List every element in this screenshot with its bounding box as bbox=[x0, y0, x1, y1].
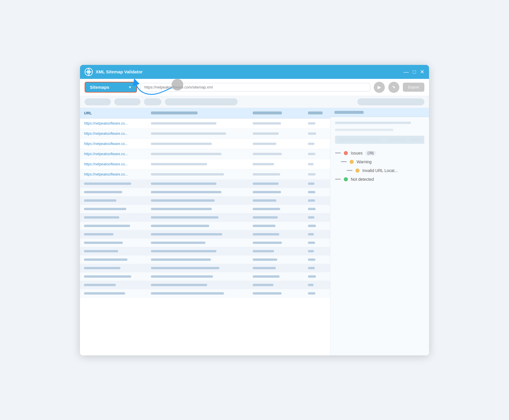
td-url-4: https://netpeaksoftware.co... bbox=[80, 149, 147, 159]
td-skel-col2-2 bbox=[147, 188, 249, 196]
table-row[interactable] bbox=[80, 272, 330, 281]
filter-pill-1[interactable] bbox=[85, 98, 111, 105]
td-skel-col2-13 bbox=[147, 281, 249, 289]
td-url-3: https://netpeaksoftware.co... bbox=[80, 139, 147, 149]
td-url-1: https://netpeaksoftware.co... bbox=[80, 118, 147, 128]
td-skel-col3-4 bbox=[249, 205, 304, 213]
right-panel: Issues (39) Warning Invalid URL Locat... bbox=[330, 108, 429, 355]
legend-not-detected-label: Not detected bbox=[351, 177, 374, 182]
td-skel-col3-3 bbox=[249, 196, 304, 205]
td-col3-6 bbox=[249, 169, 304, 179]
td-skel-url-14 bbox=[80, 289, 147, 297]
table-row[interactable] bbox=[80, 281, 330, 289]
table-row[interactable] bbox=[80, 230, 330, 239]
td-col2-1 bbox=[147, 118, 249, 128]
rp-line-1 bbox=[335, 122, 411, 124]
sub-toolbar bbox=[80, 96, 429, 108]
table-row[interactable]: https://netpeaksoftware.co... bbox=[80, 139, 330, 149]
stop-button[interactable] bbox=[388, 82, 399, 93]
table-row[interactable] bbox=[80, 196, 330, 205]
table-row[interactable]: https://netpeaksoftware.co... bbox=[80, 159, 330, 169]
legend-dot-warning bbox=[350, 160, 354, 164]
table-row[interactable]: https://netpeaksoftware.co... bbox=[80, 149, 330, 159]
td-skel-col4-13 bbox=[304, 281, 330, 289]
table-body: https://netpeaksoftware.co... https://ne… bbox=[80, 118, 330, 298]
title-bar-left: XML Sitemap Validator bbox=[85, 68, 143, 76]
td-skel-col2-7 bbox=[147, 230, 249, 238]
table-row[interactable] bbox=[80, 239, 330, 247]
td-col4-1 bbox=[304, 118, 330, 128]
play-button[interactable]: ▶ bbox=[374, 82, 385, 93]
td-skel-url-10 bbox=[80, 256, 147, 264]
title-controls: — □ ✕ bbox=[403, 69, 424, 75]
td-skel-col4-3 bbox=[304, 196, 330, 205]
td-skel-col4-14 bbox=[304, 289, 330, 297]
filter-pill-3[interactable] bbox=[144, 98, 161, 105]
url-input[interactable] bbox=[144, 85, 366, 89]
th-col2-bar bbox=[151, 111, 197, 114]
export-button[interactable]: Export bbox=[403, 83, 424, 92]
td-url-2: https://netpeaksoftware.co... bbox=[80, 129, 147, 139]
table-row[interactable] bbox=[80, 205, 330, 213]
td-skel-col2-11 bbox=[147, 264, 249, 272]
minimize-button[interactable]: — bbox=[403, 69, 409, 75]
td-skel-url-5 bbox=[80, 213, 147, 221]
legend-dot-invalid bbox=[355, 169, 359, 173]
table-row[interactable] bbox=[80, 256, 330, 264]
right-panel-body bbox=[330, 117, 429, 148]
table-row[interactable] bbox=[80, 188, 330, 196]
table-row[interactable]: https://netpeaksoftware.co... bbox=[80, 169, 330, 180]
td-col3-4 bbox=[249, 149, 304, 159]
td-skel-col2-8 bbox=[147, 239, 249, 247]
table-row[interactable]: https://netpeaksoftware.co... bbox=[80, 129, 330, 139]
td-skel-url-2 bbox=[80, 188, 147, 196]
table-row[interactable] bbox=[80, 289, 330, 298]
td-skel-col4-6 bbox=[304, 222, 330, 230]
td-col2-4 bbox=[147, 149, 249, 159]
legend-invalid-url: Invalid URL Locat... bbox=[335, 168, 424, 173]
td-skel-col3-7 bbox=[249, 230, 304, 238]
sitemaps-dropdown[interactable]: Sitemaps ▼ bbox=[85, 82, 137, 93]
rp-line-2 bbox=[335, 129, 393, 131]
right-panel-header bbox=[330, 108, 429, 117]
th-col2 bbox=[147, 108, 249, 118]
table-row[interactable] bbox=[80, 264, 330, 272]
table-row[interactable] bbox=[80, 180, 330, 188]
td-skel-col4-11 bbox=[304, 264, 330, 272]
td-skel-col2-5 bbox=[147, 213, 249, 221]
td-skel-url-11 bbox=[80, 264, 147, 272]
filter-pill-4[interactable] bbox=[165, 98, 238, 105]
filter-pill-right[interactable] bbox=[357, 98, 424, 105]
td-skel-col2-12 bbox=[147, 272, 249, 281]
td-skel-col4-9 bbox=[304, 247, 330, 255]
legend-dot-not-detected bbox=[344, 177, 348, 181]
td-url-5: https://netpeaksoftware.co... bbox=[80, 159, 147, 169]
table-row[interactable] bbox=[80, 213, 330, 222]
main-table: URL https://netpeaksoftware.co... bbox=[80, 108, 330, 355]
close-button[interactable]: ✕ bbox=[420, 69, 424, 75]
table-row[interactable] bbox=[80, 247, 330, 256]
legend-dash-not-detected bbox=[335, 179, 341, 180]
legend-dash-warning bbox=[341, 161, 347, 162]
rp-block bbox=[335, 136, 424, 144]
legend-warning: Warning bbox=[335, 160, 424, 164]
filter-pill-2[interactable] bbox=[114, 98, 140, 105]
dropdown-arrow-icon: ▼ bbox=[128, 85, 132, 89]
td-skel-col4-7 bbox=[304, 230, 330, 238]
td-skel-url-3 bbox=[80, 196, 147, 205]
table-row[interactable] bbox=[80, 222, 330, 230]
td-skel-col3-2 bbox=[249, 188, 304, 196]
table-row[interactable]: https://netpeaksoftware.co... bbox=[80, 118, 330, 129]
td-skel-url-1 bbox=[80, 180, 147, 188]
td-col4-6 bbox=[304, 169, 330, 179]
td-skel-url-7 bbox=[80, 230, 147, 238]
td-skel-url-9 bbox=[80, 247, 147, 255]
td-skel-col3-5 bbox=[249, 213, 304, 221]
td-col3-5 bbox=[249, 159, 304, 169]
td-skel-col2-4 bbox=[147, 205, 249, 213]
legend-not-detected: Not detected bbox=[335, 177, 424, 182]
maximize-button[interactable]: □ bbox=[413, 69, 416, 75]
td-skel-col3-13 bbox=[249, 281, 304, 289]
legend-section: Issues (39) Warning Invalid URL Locat... bbox=[330, 148, 429, 186]
td-url-6: https://netpeaksoftware.co... bbox=[80, 169, 147, 179]
